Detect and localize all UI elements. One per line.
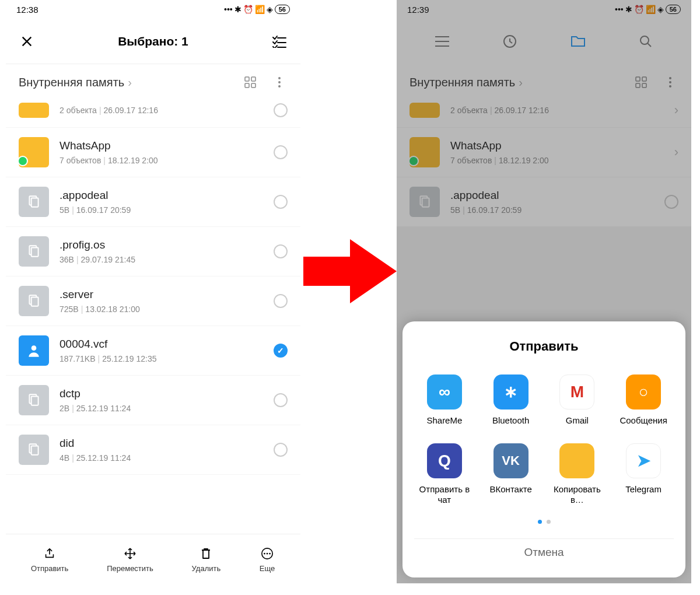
share-option[interactable]: ○Сообщения [613,374,674,426]
file-meta: 5B|16.09.17 20:59 [60,205,263,215]
send-button[interactable]: Отправить [31,545,68,573]
app-label: Сообщения [620,415,667,426]
svg-point-6 [278,85,281,88]
folder-whatsapp-icon [410,137,440,167]
cancel-button[interactable]: Отмена [414,538,674,566]
select-radio[interactable] [274,195,288,209]
more-options-icon[interactable] [662,74,678,90]
chevron-right-icon: › [674,103,678,118]
file-icon [19,187,49,217]
svg-rect-26 [636,83,640,88]
file-row[interactable]: did4B|25.12.19 11:24 [6,425,300,475]
share-option[interactable]: ➤Telegram [613,443,674,505]
row-text: dctp2B|25.12.19 11:24 [60,387,263,413]
file-row[interactable]: WhatsApp7 объектов|18.12.19 2:00 [6,128,300,177]
file-row[interactable]: .appodeal5B|16.09.17 20:59 [397,177,691,227]
page-dot-1 [538,520,542,524]
svg-rect-0 [245,77,249,81]
file-meta: 2B|25.12.19 11:24 [60,404,263,413]
select-all-icon[interactable] [271,33,288,50]
share-option[interactable]: QОтправить в чат [414,443,475,505]
file-name: .server [60,288,263,301]
bluetooth-icon: ✱ [235,5,242,14]
sheet-title: Отправить [414,339,674,354]
sub-header: Внутренняя память › [6,64,300,100]
svg-point-28 [669,77,671,79]
phone-left: 12:38 ••• ✱ ⏰ 📶 ◈ 56 Выбрано: 1 Внутренн… [6,0,300,583]
more-circle-icon [259,545,275,562]
grid-view-icon[interactable] [242,74,258,90]
bluetooth-icon: ✱ [625,5,632,14]
menu-icon[interactable] [434,33,450,50]
battery-level: 56 [275,5,290,14]
breadcrumb[interactable]: Внутренняя память › [19,76,236,89]
breadcrumb[interactable]: Внутренняя память › [410,76,627,89]
svg-rect-10 [32,248,38,257]
file-row[interactable]: .server725B|13.02.18 21:00 [6,276,300,326]
alarm-icon: ⏰ [634,5,644,14]
signal-icon: 📶 [255,5,265,14]
more-button[interactable]: Еще [259,545,275,573]
header-title: Выбрано: 1 [35,34,271,48]
select-radio[interactable] [274,244,288,258]
row-text: .profig.os36B|29.07.19 21:45 [60,239,263,264]
wifi-icon: ◈ [657,5,664,14]
file-row[interactable]: 2 объекта|26.09.17 12:16› [397,100,691,128]
row-text: WhatsApp7 объектов|18.12.19 2:00 [60,139,263,165]
file-meta: 187.71KB|25.12.19 12:35 [60,354,263,363]
row-text: 2 объекта|26.09.17 12:16 [450,106,664,115]
app-label: Отправить в чат [414,484,475,505]
file-row[interactable]: 2 объекта|26.09.17 12:16 [6,100,300,128]
select-radio[interactable] [664,195,678,209]
search-icon[interactable] [638,33,654,50]
select-radio[interactable] [274,294,288,308]
file-row[interactable]: .profig.os36B|29.07.19 21:45 [6,227,300,276]
recent-icon[interactable] [502,33,518,50]
select-radio[interactable] [274,393,288,407]
svg-point-21 [269,552,271,554]
share-option[interactable]: Копировать в… [547,443,608,505]
svg-point-4 [278,77,281,79]
svg-point-30 [669,85,671,88]
contact-icon [19,335,49,366]
file-row[interactable]: WhatsApp7 объектов|18.12.19 2:00› [397,128,691,177]
folder-tab-icon[interactable] [570,33,586,50]
select-radio[interactable] [274,145,288,159]
file-meta: 2 объекта|26.09.17 12:16 [450,106,664,115]
file-meta: 36B|29.07.19 21:45 [60,255,263,264]
row-text: .server725B|13.02.18 21:00 [60,288,263,314]
app-icon [559,443,594,478]
file-icon [19,286,49,316]
status-bar: 12:38 ••• ✱ ⏰ 📶 ◈ 56 [6,0,300,19]
share-option[interactable]: MGmail [547,374,608,426]
move-button[interactable]: Переместить [107,545,153,573]
file-icon [19,236,49,267]
close-icon[interactable] [19,33,35,50]
app-icon: VK [494,443,528,478]
share-option[interactable]: VKВКонтакте [481,443,541,505]
select-radio[interactable] [274,103,288,117]
phone-right: 12:39 ••• ✱ ⏰ 📶 ◈ 56 Внутренняя память › [397,0,691,583]
file-row[interactable]: 00004.vcf187.71KB|25.12.19 12:35 [6,326,300,376]
move-icon [122,545,138,562]
file-name: did [60,437,263,450]
select-radio[interactable] [274,443,288,457]
svg-rect-27 [642,83,646,88]
chevron-right-icon: › [519,76,523,89]
svg-rect-31 [420,196,427,205]
share-option[interactable]: ∗Bluetooth [481,374,541,426]
share-option[interactable]: ∞ShareMe [414,374,475,426]
more-options-icon[interactable] [271,74,288,90]
more-icon: ••• [224,5,233,14]
file-row[interactable]: dctp2B|25.12.19 11:24 [6,376,300,425]
arrow-illustration [303,233,397,309]
grid-view-icon[interactable] [633,74,649,90]
delete-label: Удалить [192,564,221,573]
file-row[interactable]: .appodeal5B|16.09.17 20:59 [6,177,300,227]
svg-point-20 [267,552,268,554]
share-icon [41,545,58,562]
delete-button[interactable]: Удалить [192,545,221,573]
select-radio[interactable] [274,344,288,358]
signal-icon: 📶 [646,5,656,14]
app-label: Telegram [625,484,662,495]
